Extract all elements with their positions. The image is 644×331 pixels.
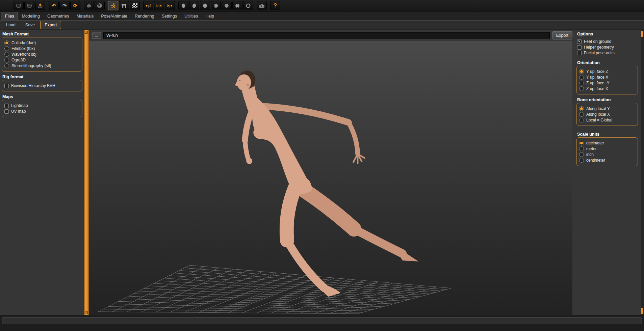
main-area: Mesh Format Collada (dae) Filmbox (fbx) … <box>0 30 644 315</box>
radio-label: Stereolithography (stl) <box>11 63 51 68</box>
checkbox-indicator <box>577 45 582 50</box>
tab-materials[interactable]: Materials <box>73 12 98 20</box>
tab-help[interactable]: Help <box>202 12 218 20</box>
export-button[interactable]: Export <box>552 31 572 39</box>
subtab-save[interactable]: Save <box>21 21 40 29</box>
radio-label: Along local Y <box>586 106 610 111</box>
splitter-handle-icon[interactable] <box>641 31 643 37</box>
help-button[interactable]: ? <box>270 1 280 10</box>
radio-decimeter[interactable]: decimeter <box>579 141 635 145</box>
tab-pose-animate[interactable]: Pose/Animate <box>97 12 131 20</box>
radio-indicator <box>579 112 584 117</box>
redo-button[interactable]: ↷ <box>59 1 70 10</box>
checkbox-feet-on-ground[interactable]: Feet on ground <box>577 39 637 44</box>
tab-settings[interactable]: Settings <box>158 12 181 20</box>
toolbar-symmetry-group <box>143 1 175 10</box>
view-head-shaded-button[interactable] <box>211 1 221 10</box>
radio-collada-dae[interactable]: Collada (dae) <box>4 40 80 45</box>
view-head-side-button[interactable] <box>178 1 188 10</box>
radio-indicator <box>579 86 584 91</box>
tab-rendering[interactable]: Rendering <box>131 12 158 20</box>
checkbox-lightmap[interactable]: Lightmap <box>4 103 80 108</box>
radio-stereolithography-stl[interactable]: Stereolithography (stl) <box>4 63 80 68</box>
view-head-back-icon <box>224 3 230 8</box>
radio-along-local-y[interactable]: Along local Y <box>579 106 635 111</box>
view-head-tilt-icon <box>191 3 197 8</box>
view-body-button[interactable] <box>232 1 242 10</box>
checkbox-facial-pose-units[interactable]: Facial pose-units <box>577 51 637 55</box>
checkbox-biovision-bvh[interactable]: Biovision Hierarchy BVH <box>4 83 80 88</box>
maps-box: Lightmap UV map <box>2 100 82 117</box>
human-figure <box>235 71 418 297</box>
right-panel-splitter[interactable] <box>641 30 644 315</box>
symmetry-right-button[interactable] <box>143 1 153 10</box>
pose-mode-button[interactable] <box>108 1 118 10</box>
radio-ogre3d[interactable]: Ogre3D <box>4 58 80 62</box>
checkbox-label: Helper geometry <box>584 45 614 50</box>
viewport-3d[interactable] <box>89 41 572 315</box>
symmetry-left-button[interactable] <box>154 1 164 10</box>
undo-button[interactable]: ↶ <box>49 1 59 10</box>
reload-button[interactable]: ⟳ <box>70 1 80 10</box>
filename-input[interactable] <box>103 32 550 39</box>
radio-wavefront-obj[interactable]: Wavefront obj <box>4 52 80 57</box>
grid-toggle-button[interactable] <box>119 1 129 10</box>
subtab-export[interactable]: Export <box>40 21 61 29</box>
wireframe-button[interactable] <box>95 1 105 10</box>
subtab-load[interactable]: Load <box>2 21 20 29</box>
tab-utilities[interactable]: Utilities <box>181 12 202 20</box>
splitter-handle-icon[interactable] <box>85 311 88 314</box>
checkbox-uv-map[interactable]: UV map <box>4 109 80 114</box>
uv-checker-icon <box>132 3 137 8</box>
radio-indicator <box>4 63 9 68</box>
grab-screenshot-button[interactable] <box>257 1 267 10</box>
checkbox-label: Facial pose-units <box>584 51 615 55</box>
radio-indicator <box>579 146 584 151</box>
tab-modelling[interactable]: Modelling <box>18 12 44 20</box>
radio-indicator <box>4 40 9 45</box>
view-head-back-button[interactable] <box>222 1 232 10</box>
radio-indicator <box>579 81 584 85</box>
radio-inch[interactable]: inch <box>579 152 635 157</box>
browse-button[interactable]: ... <box>92 32 101 39</box>
radio-local-equals-global[interactable]: Local = Global <box>579 118 635 122</box>
radio-z-up-face-x[interactable]: Z up, face X <box>579 86 635 91</box>
radio-label: Local = Global <box>586 118 612 122</box>
tab-files[interactable]: Files <box>1 12 18 20</box>
reload-icon: ⟳ <box>73 3 78 8</box>
center-column: ... Export <box>89 30 574 315</box>
uv-checker-button[interactable] <box>130 1 140 10</box>
symmetry-right-icon <box>145 3 152 8</box>
checkbox-label: UV map <box>11 109 26 114</box>
radio-y-up-face-x[interactable]: Y up, face X <box>579 75 635 80</box>
new-document-button[interactable] <box>14 1 24 10</box>
save-document-button[interactable] <box>35 1 45 10</box>
group-orientation: Orientation Y up, face Z Y up, face X Z … <box>576 60 638 94</box>
smooth-mesh-icon <box>86 3 92 8</box>
symmetry-both-button[interactable] <box>165 1 175 10</box>
group-maps: Maps Lightmap UV map <box>2 94 82 117</box>
view-orbit-ring-icon <box>245 3 251 8</box>
radio-filmbox-fbx[interactable]: Filmbox (fbx) <box>4 46 80 51</box>
redo-icon: ↷ <box>62 3 67 8</box>
splitter-handle-icon[interactable] <box>641 308 643 314</box>
load-document-button[interactable] <box>24 1 34 10</box>
view-head-tilt-button[interactable] <box>189 1 199 10</box>
checkbox-helper-geometry[interactable]: Helper geometry <box>577 45 637 50</box>
group-title-bone-orientation: Bone orientation <box>577 98 638 102</box>
options-box: Feet on ground Helper geometry Facial po… <box>576 37 638 57</box>
bone-orientation-box: Along local Y Along local X Local = Glob… <box>576 103 638 126</box>
view-orbit-button[interactable] <box>243 1 253 10</box>
radio-y-up-face-z[interactable]: Y up, face Z <box>579 69 635 74</box>
radio-along-local-x[interactable]: Along local X <box>579 112 635 117</box>
radio-meter[interactable]: meter <box>579 146 635 151</box>
tab-geometries[interactable]: Geometries <box>44 12 73 20</box>
splitter-handle-icon[interactable] <box>85 31 88 34</box>
group-options: Options Feet on ground Helper geometry F… <box>576 32 638 57</box>
view-head-front-button[interactable] <box>200 1 210 10</box>
smooth-mesh-button[interactable] <box>84 1 94 10</box>
radio-label: Wavefront obj <box>11 52 36 57</box>
radio-z-up-face-neg-y[interactable]: Z up, face -Y <box>579 81 635 85</box>
left-panel-splitter[interactable] <box>84 30 89 315</box>
radio-centimeter[interactable]: centimeter <box>579 158 635 163</box>
